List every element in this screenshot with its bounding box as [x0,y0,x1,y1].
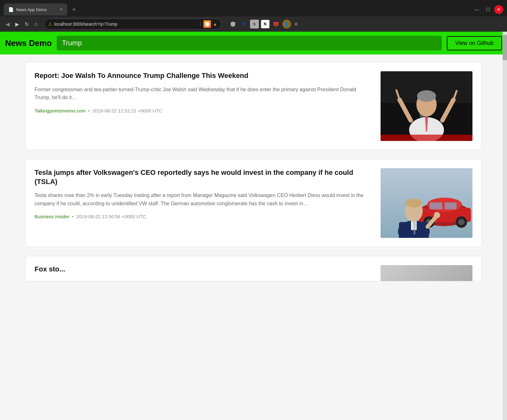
security-warning-icon: ⚠ [48,22,52,27]
maximize-button[interactable]: ☐ [483,4,493,15]
bullet-2: • [72,214,74,219]
svg-point-6 [417,90,436,102]
bullet-1: • [88,108,90,113]
svg-rect-18 [445,202,457,209]
article-card-2[interactable]: Tesla jumps after Volkswagen's CEO repor… [25,159,482,247]
back-button[interactable]: ◀ [4,20,11,29]
bitwarden-icon[interactable]: U [239,20,248,29]
forward-button[interactable]: ▶ [13,20,21,29]
home-button[interactable]: ⌂ [33,20,40,28]
article-content-3-partial: Fox sto... [35,265,373,273]
shield-ext-icon[interactable] [228,20,237,29]
s-ext-icon[interactable]: S [250,20,259,29]
article-content-2: Tesla jumps after Volkswagen's CEO repor… [35,168,373,219]
article-title-2: Tesla jumps after Volkswagen's CEO repor… [35,168,373,186]
article-content-1: Report: Joe Walsh To Announce Trump Chal… [35,71,373,113]
tab-title: News App Demo [16,7,57,12]
window-controls: — ☐ ✕ [472,4,503,15]
brave-shield-icon[interactable] [203,20,211,28]
content-area: Report: Joe Walsh To Announce Trump Chal… [0,54,507,420]
article-card-1[interactable]: Report: Joe Walsh To Announce Trump Chal… [25,62,482,150]
profile-avatar[interactable]: 👤 [282,20,291,29]
article-excerpt-2: Tesla shares rose than 2% in early Tuesd… [35,191,373,207]
address-bar[interactable]: ⚠ localhost:3000/search?q=Trump | ▲ [44,19,221,29]
badge-icon: ▲ [213,22,217,27]
tab-bar: 📄 News App Demo × + — ☐ ✕ [0,0,507,16]
article-timestamp-2: 2019-08-22 12:50:56 +0000 UTC [76,214,146,219]
browser-chrome: 📄 News App Demo × + — ☐ ✕ ◀ ▶ ↻ ⌂ ⚠ loca… [0,0,507,32]
article-title-1: Report: Joe Walsh To Announce Trump Chal… [35,71,373,80]
url-text: localhost:3000/search?q=Trump [54,22,197,27]
svg-point-29 [406,199,422,207]
article-image-2 [381,168,472,238]
article-card-3-partial[interactable]: Fox sto... [25,256,482,281]
tab-favicon-icon: 📄 [8,7,14,12]
browser-menu-icon[interactable]: ≡ [293,20,299,29]
svg-rect-17 [430,202,442,209]
app-header: News Demo View on Github [0,32,507,54]
minimize-button[interactable]: — [472,4,482,15]
nav-bar: ◀ ▶ ↻ ⌂ ⚠ localhost:3000/search?q=Trump … [0,16,507,32]
article-title-3-partial: Fox sto... [35,265,373,273]
pocket-icon[interactable] [272,20,280,29]
github-button[interactable]: View on Github [447,36,502,50]
new-tab-button[interactable]: + [70,5,79,15]
svg-point-22 [458,219,465,225]
close-tab-button[interactable]: × [60,7,63,12]
article-source-2: Business Insider [35,214,69,219]
scrollbar-track[interactable] [503,32,507,420]
article-timestamp-1: 2019-08-22 12:52:21 +0000 UTC [93,108,163,113]
refresh-button[interactable]: ↻ [23,20,31,29]
article-image-3-partial [381,265,472,281]
browser-extensions: U S N 👤 ≡ [228,20,299,29]
notion-icon[interactable]: N [261,20,270,29]
close-window-button[interactable]: ✕ [494,5,503,14]
divider: | [200,21,201,27]
svg-rect-12 [381,135,472,141]
browser-tab[interactable]: 📄 News App Demo × [4,3,67,16]
svg-point-31 [434,212,440,218]
app-title: News Demo [5,38,52,48]
article-excerpt-1: Former congressman and tea-partier-turne… [35,86,373,102]
search-input[interactable] [57,36,442,50]
article-image-1 [381,71,472,141]
article-meta-2: Business Insider • 2019-08-22 12:50:56 +… [35,214,373,219]
article-source-1: Talkingpointsmemo.com [35,108,86,113]
scrollbar-thumb[interactable] [503,35,507,60]
article-meta-1: Talkingpointsmemo.com • 2019-08-22 12:52… [35,108,373,113]
